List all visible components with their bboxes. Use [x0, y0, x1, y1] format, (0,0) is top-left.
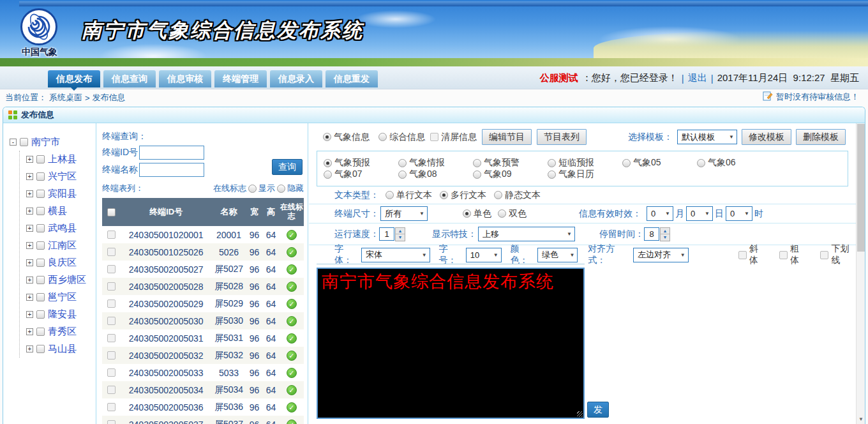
tree-node-checkbox[interactable] — [36, 224, 45, 232]
expand-icon[interactable] — [26, 311, 33, 318]
search-button[interactable]: 查询 — [272, 159, 303, 175]
expand-icon[interactable] — [26, 208, 33, 215]
validity-day-select[interactable]: 0▼ — [686, 206, 713, 221]
tree-node-checkbox[interactable] — [36, 241, 45, 250]
row-checkbox[interactable] — [107, 403, 116, 411]
tree-node-label[interactable]: 马山县 — [48, 343, 77, 355]
row-checkbox[interactable] — [107, 368, 116, 377]
tree-node-checkbox[interactable] — [36, 345, 45, 353]
tree-node-label[interactable]: 上林县 — [48, 153, 77, 165]
row-checkbox[interactable] — [107, 420, 116, 424]
category-radio[interactable] — [622, 159, 631, 167]
send-button[interactable]: 发送 — [587, 402, 609, 418]
scrollbar-thumb[interactable] — [857, 124, 865, 252]
info-type-radio[interactable] — [378, 133, 387, 141]
program-list-button[interactable]: 节目表列 — [537, 129, 587, 145]
nav-tab[interactable]: 信息发布 — [48, 70, 100, 87]
tree-node-label[interactable]: 青秀区 — [48, 326, 77, 338]
text-type-radio[interactable] — [494, 191, 502, 199]
expand-icon[interactable] — [26, 328, 33, 335]
spin-down-icon[interactable]: ▼ — [396, 234, 405, 241]
category-radio[interactable] — [398, 159, 407, 167]
terminal-id-input[interactable] — [139, 146, 204, 160]
expand-icon[interactable] — [26, 225, 33, 232]
category-radio[interactable] — [548, 159, 556, 167]
terminal-name-input[interactable] — [139, 163, 204, 177]
effect-select[interactable]: 上移▼ — [478, 227, 575, 241]
row-checkbox[interactable] — [107, 334, 116, 342]
online-flag-radio[interactable] — [248, 185, 257, 193]
run-speed-value[interactable]: 1 — [379, 227, 394, 241]
tree-node-label[interactable]: 江南区 — [48, 239, 77, 252]
tree-node-checkbox[interactable] — [36, 207, 45, 215]
online-flag-radio[interactable] — [277, 185, 285, 193]
expand-icon[interactable] — [26, 190, 33, 197]
expand-icon[interactable] — [26, 294, 33, 301]
category-radio[interactable] — [697, 159, 705, 167]
tree-node-checkbox[interactable] — [36, 276, 45, 284]
category-radio[interactable] — [473, 159, 481, 167]
info-type-radio[interactable] — [323, 133, 331, 141]
tree-node-label[interactable]: 横县 — [48, 205, 67, 217]
nav-tab[interactable]: 信息录入 — [270, 70, 322, 87]
tree-node-checkbox[interactable] — [36, 259, 45, 267]
modify-template-button[interactable]: 修改模板 — [742, 129, 791, 145]
breadcrumb-home[interactable]: 系统桌面 — [49, 92, 82, 103]
validity-month-select[interactable]: 0▼ — [647, 206, 673, 221]
tree-root-checkbox[interactable] — [20, 138, 28, 146]
category-radio[interactable] — [398, 170, 407, 179]
expand-icon[interactable] — [26, 156, 33, 163]
resize-handle[interactable] — [577, 411, 583, 417]
template-select[interactable]: 默认模板▼ — [677, 130, 737, 144]
tree-node-label[interactable]: 兴宁区 — [48, 170, 77, 183]
review-notice[interactable]: 暂时没有待审核信息！ — [763, 91, 859, 103]
color-select[interactable]: 绿色▼ — [537, 248, 578, 262]
tree-node-checkbox[interactable] — [36, 328, 45, 336]
tree-node-label[interactable]: 良庆区 — [48, 257, 77, 269]
tree-node-label[interactable]: 武鸣县 — [48, 222, 77, 234]
tree-node-checkbox[interactable] — [36, 190, 45, 198]
expand-icon[interactable] — [26, 276, 33, 284]
category-radio[interactable] — [548, 170, 556, 179]
expand-icon[interactable] — [26, 259, 33, 266]
spin-up-icon[interactable]: ▲ — [396, 228, 405, 234]
edit-program-button[interactable]: 编辑节目 — [482, 129, 532, 145]
row-checkbox[interactable] — [107, 299, 116, 308]
row-checkbox[interactable] — [107, 265, 116, 273]
tree-node-checkbox[interactable] — [36, 310, 45, 319]
tree-root-label[interactable]: 南宁市 — [31, 136, 60, 148]
style-checkbox[interactable] — [738, 251, 747, 259]
tree-node-checkbox[interactable] — [36, 155, 45, 163]
category-radio[interactable] — [324, 170, 332, 179]
validity-hour-select[interactable]: 0▼ — [726, 206, 752, 221]
category-radio[interactable] — [324, 159, 332, 167]
tree-node-checkbox[interactable] — [36, 293, 45, 301]
nav-tab[interactable]: 信息重发 — [326, 70, 378, 87]
expand-icon[interactable] — [26, 345, 33, 352]
category-radio[interactable] — [473, 170, 481, 179]
delete-template-button[interactable]: 删除模板 — [796, 129, 846, 145]
row-checkbox[interactable] — [107, 386, 116, 394]
clear-screen-checkbox[interactable] — [430, 133, 438, 141]
text-type-radio[interactable] — [385, 191, 394, 199]
vertical-scrollbar[interactable]: ▼ — [856, 123, 865, 424]
font-select[interactable]: 宋体▼ — [361, 248, 430, 262]
color-mode-radio[interactable] — [463, 209, 471, 218]
row-checkbox[interactable] — [107, 248, 116, 256]
dwell-value[interactable]: 8 — [644, 227, 659, 241]
expand-icon[interactable] — [26, 173, 33, 180]
style-checkbox[interactable] — [820, 251, 828, 259]
terminal-size-select[interactable]: 所有▼ — [380, 206, 428, 221]
font-size-select[interactable]: 10▼ — [466, 248, 502, 262]
collapse-icon[interactable] — [10, 139, 17, 146]
expand-icon[interactable] — [26, 242, 33, 249]
row-checkbox[interactable] — [107, 282, 116, 291]
scroll-down-arrow-icon[interactable]: ▼ — [857, 415, 865, 424]
nav-tab[interactable]: 信息审核 — [159, 70, 211, 87]
message-preview[interactable]: 南宁市气象综合信息发布系统 — [317, 268, 585, 419]
align-select[interactable]: 左边对齐▼ — [633, 248, 688, 262]
row-checkbox[interactable] — [107, 351, 116, 360]
tree-node-checkbox[interactable] — [36, 172, 45, 181]
tree-node-label[interactable]: 邕宁区 — [48, 291, 77, 303]
tree-node-label[interactable]: 西乡塘区 — [48, 274, 86, 286]
